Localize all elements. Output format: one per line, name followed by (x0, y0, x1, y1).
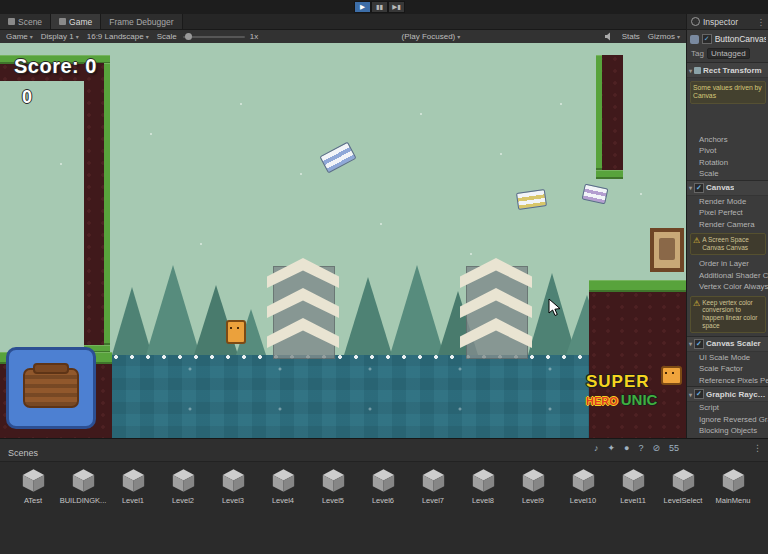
pine-tree (390, 265, 444, 355)
sparkle-icon[interactable]: ✦ (608, 443, 616, 453)
inspector-icon (691, 17, 700, 26)
aspect-ratio-dropdown[interactable]: 16:9 Landscape ▾ (87, 32, 149, 41)
scale-slider-knob[interactable] (185, 33, 192, 40)
inspector-section-header[interactable]: ▾✓Graphic Raycaster (687, 386, 768, 402)
scene-asset[interactable]: Level1 (108, 465, 158, 505)
scene-grid: ATest BUILDINGK... Level1 Level2 (8, 465, 758, 505)
scene-asset-label: Level6 (358, 496, 408, 505)
scene-asset[interactable]: Level8 (458, 465, 508, 505)
step-button[interactable]: ▶▮ (388, 1, 405, 13)
inspector-property-row[interactable]: Scale (687, 168, 768, 180)
inspector-section-header[interactable]: ▾✓Canvas Scaler (687, 336, 768, 352)
scene-asset[interactable]: Level11 (608, 465, 658, 505)
chevron-down-icon: ▾ (457, 33, 460, 40)
scene-asset-label: Level4 (258, 496, 308, 505)
circle-icon[interactable]: ● (624, 443, 629, 453)
scene-asset[interactable]: Level7 (408, 465, 458, 505)
gameobject-icon (690, 35, 699, 44)
scene-cube-icon (220, 467, 247, 494)
chevron-down-icon: ▾ (146, 33, 149, 40)
stats-button[interactable]: Stats (622, 32, 640, 41)
flying-card (582, 184, 609, 205)
count-badge[interactable]: 55 (669, 443, 679, 453)
mute-audio-icon[interactable] (604, 32, 614, 41)
scene-asset[interactable]: Level5 (308, 465, 358, 505)
active-checkbox[interactable]: ✓ (702, 34, 712, 44)
scene-asset-label: Level3 (208, 496, 258, 505)
picture-frame (650, 228, 684, 272)
music-note-icon[interactable]: ♪ (594, 443, 599, 453)
pause-button[interactable]: ▮▮ (371, 1, 388, 13)
inspector-property-row[interactable]: Anchors (687, 134, 768, 146)
scale-label: Scale (157, 32, 177, 41)
foldout-arrow-icon[interactable]: ▾ (689, 340, 692, 347)
foldout-arrow-icon[interactable]: ▾ (689, 184, 692, 191)
coin-count: 0 (22, 87, 32, 108)
scene-asset[interactable]: LevelSelect (658, 465, 708, 505)
breadcrumb[interactable]: Scenes (8, 448, 38, 458)
scale-slider[interactable] (183, 36, 245, 38)
scene-asset[interactable]: Level10 (558, 465, 608, 505)
warning-icon: ⚠ (693, 299, 700, 330)
inspector-property-row[interactable]: Pixel Perfect (687, 207, 768, 219)
inspector-property-row[interactable]: Vertex Color Always In Gamma (687, 281, 768, 293)
play-button[interactable]: ▶ (354, 1, 371, 13)
inspector-property-row[interactable]: UI Scale Mode (687, 352, 768, 364)
game-view-mode-dropdown[interactable]: Game ▾ (6, 32, 33, 41)
foldout-arrow-icon[interactable]: ▾ (689, 67, 692, 74)
inspected-object-row: ✓ ButtonCanvas (687, 30, 768, 46)
foldout-arrow-icon[interactable]: ▾ (689, 391, 692, 398)
inspector-section-header[interactable]: ▾✓Canvas (687, 180, 768, 196)
player-character (226, 320, 246, 344)
logo-line2: HERO (586, 396, 618, 407)
scene-asset[interactable]: Level2 (158, 465, 208, 505)
component-icon (694, 67, 701, 74)
scene-cube-icon (120, 467, 147, 494)
inspector-property-row[interactable]: Reference Pixels Per Unit (687, 375, 768, 387)
inspector-property-row[interactable]: Scale Factor (687, 363, 768, 375)
inspector-property-row[interactable]: Pivot (687, 145, 768, 157)
inspector-property-row[interactable]: Render Camera (687, 219, 768, 231)
inspector-property-row[interactable]: Rotation (687, 157, 768, 169)
tag-dropdown[interactable]: Untagged (707, 48, 750, 59)
gameobject-name[interactable]: ButtonCanvas (715, 34, 766, 44)
inspector-property-row[interactable]: Ignore Reversed Graphics (687, 414, 768, 426)
inspector-tab[interactable]: Inspector ⋮ (687, 14, 768, 30)
scene-tab-icon (8, 18, 15, 25)
scene-asset-label: LevelSelect (658, 496, 708, 505)
scene-asset[interactable]: Level4 (258, 465, 308, 505)
gizmos-dropdown[interactable]: Gizmos ▾ (648, 32, 680, 41)
tab-game[interactable]: Game (51, 14, 101, 29)
inspector-property-row[interactable]: Render Mode (687, 196, 768, 208)
scene-asset[interactable]: MainMenu (708, 465, 758, 505)
more-menu-icon[interactable]: ⋮ (757, 17, 766, 27)
disabled-icon[interactable]: ⊘ (653, 443, 661, 453)
game-logo: SUPER HERO UNIC (586, 373, 684, 407)
tab-frame-debugger[interactable]: Frame Debugger (101, 14, 182, 29)
grass-platform-right (589, 280, 686, 292)
inspector-property-row[interactable]: Blocking Objects (687, 425, 768, 437)
scene-asset-label: ATest (8, 496, 58, 505)
component-enabled-checkbox[interactable]: ✓ (694, 389, 704, 399)
scene-asset[interactable]: Level3 (208, 465, 258, 505)
panel-more-icon[interactable]: ⋮ (753, 443, 762, 453)
scene-asset[interactable]: Level9 (508, 465, 558, 505)
component-enabled-checkbox[interactable]: ✓ (694, 339, 704, 349)
inspector-property-row[interactable]: Script (687, 402, 768, 414)
pagoda-tower (460, 258, 532, 357)
tab-scene[interactable]: Scene (0, 14, 51, 29)
inspector-property-row[interactable]: Order in Layer (687, 258, 768, 270)
scene-asset[interactable]: BUILDINGK... (58, 465, 108, 505)
inspector-property-row[interactable]: Additional Shader Channels (687, 270, 768, 282)
game-viewport[interactable]: Score: 0 0 SUPER HERO UNIC (0, 43, 686, 438)
inspector-section-header[interactable]: ▾Rect Transform (687, 62, 768, 78)
basket-item-tile[interactable] (6, 347, 96, 429)
scene-asset[interactable]: ATest (8, 465, 58, 505)
display-dropdown[interactable]: Display 1 ▾ (41, 32, 79, 41)
help-icon[interactable]: ? (638, 443, 643, 453)
play-focused-dropdown[interactable]: (Play Focused) ▾ (401, 32, 460, 41)
chevron-down-icon: ▾ (76, 33, 79, 40)
window-top-strip: ▶ ▮▮ ▶▮ (0, 0, 768, 14)
scene-asset[interactable]: Level6 (358, 465, 408, 505)
component-enabled-checkbox[interactable]: ✓ (694, 183, 704, 193)
